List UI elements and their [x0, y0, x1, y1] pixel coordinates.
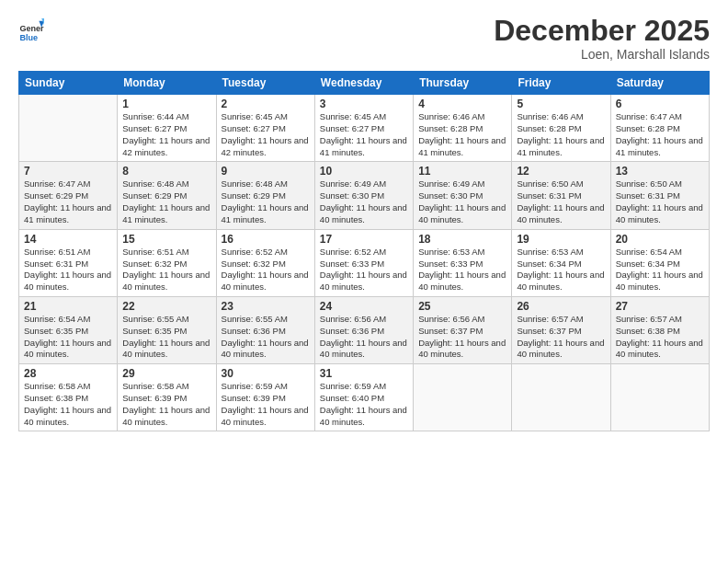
calendar-day-cell: 27Sunrise: 6:57 AMSunset: 6:38 PMDayligh… [610, 296, 709, 363]
day-number: 1 [122, 98, 210, 110]
day-info: Sunrise: 6:50 AMSunset: 6:31 PMDaylight:… [616, 178, 704, 225]
calendar-day-cell: 25Sunrise: 6:56 AMSunset: 6:37 PMDayligh… [414, 296, 512, 363]
day-number: 25 [418, 300, 506, 313]
daylight: Daylight: 11 hours and 40 minutes. [517, 270, 604, 292]
sunrise: Sunrise: 6:58 AM [24, 381, 90, 391]
sunset: Sunset: 6:38 PM [616, 326, 680, 336]
sunrise: Sunrise: 6:47 AM [24, 178, 90, 189]
daylight: Daylight: 11 hours and 41 minutes. [24, 202, 111, 224]
sunrise: Sunrise: 6:51 AM [122, 247, 188, 257]
calendar-week-row: 28Sunrise: 6:58 AMSunset: 6:38 PMDayligh… [19, 364, 710, 431]
calendar-day-cell: 16Sunrise: 6:52 AMSunset: 6:32 PMDayligh… [216, 229, 314, 296]
month-title: December 2025 [494, 15, 710, 47]
calendar-day-cell: 30Sunrise: 6:59 AMSunset: 6:39 PMDayligh… [216, 364, 314, 431]
day-number: 31 [320, 367, 408, 380]
day-number: 17 [320, 233, 408, 246]
daylight: Daylight: 11 hours and 40 minutes. [222, 270, 309, 292]
sunrise: Sunrise: 6:49 AM [418, 178, 484, 189]
sunrise: Sunrise: 6:54 AM [24, 314, 90, 324]
day-number: 12 [517, 165, 605, 178]
daylight: Daylight: 11 hours and 40 minutes. [616, 338, 703, 360]
daylight: Daylight: 11 hours and 42 minutes. [222, 135, 309, 157]
sunset: Sunset: 6:40 PM [320, 393, 384, 403]
day-info: Sunrise: 6:50 AMSunset: 6:31 PMDaylight:… [517, 178, 605, 225]
day-info: Sunrise: 6:53 AMSunset: 6:34 PMDaylight:… [517, 247, 605, 293]
sunset: Sunset: 6:32 PM [122, 259, 187, 269]
day-info: Sunrise: 6:54 AMSunset: 6:34 PMDaylight:… [616, 247, 704, 293]
sunrise: Sunrise: 6:53 AM [517, 247, 583, 257]
calendar-day-cell: 1Sunrise: 6:44 AMSunset: 6:27 PMDaylight… [118, 95, 216, 162]
sunset: Sunset: 6:27 PM [122, 123, 187, 133]
day-info: Sunrise: 6:45 AMSunset: 6:27 PMDaylight:… [222, 111, 310, 158]
calendar-day-cell: 4Sunrise: 6:46 AMSunset: 6:28 PMDaylight… [414, 95, 512, 162]
calendar-day-cell: 18Sunrise: 6:53 AMSunset: 6:33 PMDayligh… [414, 229, 512, 296]
day-number: 13 [616, 165, 704, 178]
day-number: 20 [616, 233, 704, 246]
daylight: Daylight: 11 hours and 41 minutes. [517, 135, 604, 157]
daylight: Daylight: 11 hours and 40 minutes. [320, 405, 407, 427]
daylight: Daylight: 11 hours and 40 minutes. [24, 338, 111, 360]
day-number: 16 [222, 233, 310, 246]
sunset: Sunset: 6:34 PM [517, 259, 581, 269]
daylight: Daylight: 11 hours and 40 minutes. [320, 202, 407, 224]
calendar-table: Sunday Monday Tuesday Wednesday Thursday… [18, 71, 710, 431]
day-number: 10 [320, 165, 408, 178]
day-info: Sunrise: 6:45 AMSunset: 6:27 PMDaylight:… [320, 111, 408, 158]
sunrise: Sunrise: 6:52 AM [320, 247, 386, 257]
day-number: 23 [222, 300, 310, 313]
daylight: Daylight: 11 hours and 41 minutes. [122, 202, 210, 224]
day-info: Sunrise: 6:44 AMSunset: 6:27 PMDaylight:… [122, 111, 210, 158]
sunrise: Sunrise: 6:53 AM [418, 247, 484, 257]
title-section: December 2025 Loen, Marshall Islands [494, 15, 710, 62]
day-info: Sunrise: 6:49 AMSunset: 6:30 PMDaylight:… [320, 178, 408, 225]
calendar-day-cell: 31Sunrise: 6:59 AMSunset: 6:40 PMDayligh… [314, 364, 413, 431]
sunset: Sunset: 6:38 PM [24, 393, 88, 403]
sunset: Sunset: 6:29 PM [222, 190, 286, 201]
daylight: Daylight: 11 hours and 40 minutes. [222, 405, 309, 427]
day-number: 11 [418, 165, 506, 178]
header-saturday: Saturday [610, 72, 709, 95]
calendar-day-cell: 20Sunrise: 6:54 AMSunset: 6:34 PMDayligh… [610, 229, 709, 296]
day-number: 28 [24, 367, 112, 380]
calendar-day-cell: 19Sunrise: 6:53 AMSunset: 6:34 PMDayligh… [512, 229, 610, 296]
day-info: Sunrise: 6:59 AMSunset: 6:40 PMDaylight:… [320, 381, 408, 428]
day-number: 27 [616, 300, 704, 313]
daylight: Daylight: 11 hours and 40 minutes. [517, 338, 604, 360]
sunrise: Sunrise: 6:48 AM [122, 178, 188, 189]
daylight: Daylight: 11 hours and 40 minutes. [517, 202, 604, 224]
day-info: Sunrise: 6:52 AMSunset: 6:32 PMDaylight:… [222, 247, 310, 293]
day-info: Sunrise: 6:54 AMSunset: 6:35 PMDaylight:… [24, 314, 112, 361]
day-number: 19 [517, 233, 605, 246]
daylight: Daylight: 11 hours and 40 minutes. [418, 202, 506, 224]
sunset: Sunset: 6:28 PM [517, 123, 581, 133]
day-info: Sunrise: 6:56 AMSunset: 6:36 PMDaylight:… [320, 314, 408, 361]
calendar-day-cell: 28Sunrise: 6:58 AMSunset: 6:38 PMDayligh… [19, 364, 118, 431]
sunrise: Sunrise: 6:45 AM [222, 111, 288, 121]
calendar-day-cell: 15Sunrise: 6:51 AMSunset: 6:32 PMDayligh… [118, 229, 216, 296]
day-number: 9 [222, 165, 310, 178]
daylight: Daylight: 11 hours and 40 minutes. [418, 270, 506, 292]
day-info: Sunrise: 6:47 AMSunset: 6:29 PMDaylight:… [24, 178, 112, 225]
header-friday: Friday [512, 72, 610, 95]
header-sunday: Sunday [19, 72, 118, 95]
calendar-day-cell: 14Sunrise: 6:51 AMSunset: 6:31 PMDayligh… [19, 229, 118, 296]
sunset: Sunset: 6:39 PM [222, 393, 286, 403]
day-number: 29 [122, 367, 210, 380]
sunrise: Sunrise: 6:48 AM [222, 178, 288, 189]
sunset: Sunset: 6:35 PM [122, 326, 187, 336]
day-info: Sunrise: 6:47 AMSunset: 6:28 PMDaylight:… [616, 111, 704, 158]
day-number: 22 [122, 300, 210, 313]
calendar-day-cell: 23Sunrise: 6:55 AMSunset: 6:36 PMDayligh… [216, 296, 314, 363]
day-info: Sunrise: 6:58 AMSunset: 6:38 PMDaylight:… [24, 381, 112, 428]
calendar-day-cell [414, 364, 512, 431]
sunset: Sunset: 6:31 PM [616, 190, 680, 201]
calendar-day-cell: 8Sunrise: 6:48 AMSunset: 6:29 PMDaylight… [118, 162, 216, 229]
day-info: Sunrise: 6:46 AMSunset: 6:28 PMDaylight:… [418, 111, 506, 158]
day-info: Sunrise: 6:52 AMSunset: 6:33 PMDaylight:… [320, 247, 408, 293]
day-info: Sunrise: 6:55 AMSunset: 6:36 PMDaylight:… [222, 314, 310, 361]
sunrise: Sunrise: 6:59 AM [222, 381, 288, 391]
calendar-day-cell: 3Sunrise: 6:45 AMSunset: 6:27 PMDaylight… [314, 95, 413, 162]
day-info: Sunrise: 6:57 AMSunset: 6:37 PMDaylight:… [517, 314, 605, 361]
header-tuesday: Tuesday [216, 72, 314, 95]
sunrise: Sunrise: 6:50 AM [517, 178, 583, 189]
